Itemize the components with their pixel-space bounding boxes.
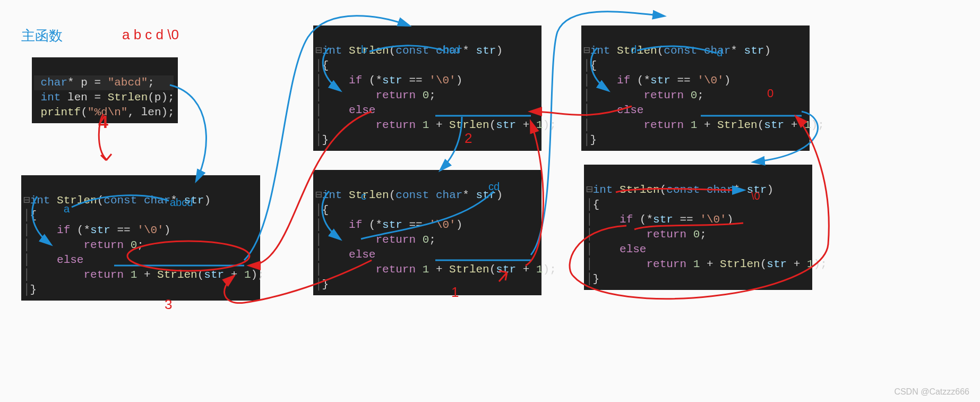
anno-str-cd: cd [488,181,500,193]
string-chars-note: a b c d \0 [122,27,179,43]
watermark: CSDN @Catzzz666 [894,387,969,397]
anno-char-b: b [361,44,367,56]
anno-char-d: d [631,44,637,56]
anno-zero: 0 [767,87,773,100]
anno-n3: 3 [165,296,172,313]
anno-char-a: a [64,203,70,215]
strlen-box-bcd: ⊟int Strlen(const char* str) │{ │ if (*s… [313,25,541,151]
anno-str-abcd: abcd [170,196,193,209]
strlen-box-nul: ⊟int Strlen(const char* str) │{ │ if (*s… [584,165,812,290]
strlen-box-d: ⊟int Strlen(const char* str) │{ │ if (*s… [581,25,810,151]
anno-n1: 1 [451,284,459,301]
strlen-box-cd: ⊟int Strlen(const char* str) │{ │ if (*s… [313,170,541,295]
main-label: 主函数 [21,27,63,45]
anno-n2: 2 [465,130,472,147]
strlen-box-abcd: ⊟int Strlen(const char* str) │{ │ if (*s… [21,175,260,301]
anno-str-d: d [717,47,723,59]
anno-nul: \0 [751,190,760,202]
anno-char-c: c [361,190,366,202]
anno-str-bcd: bcd [443,44,460,56]
anno-result: 4 [98,112,108,132]
